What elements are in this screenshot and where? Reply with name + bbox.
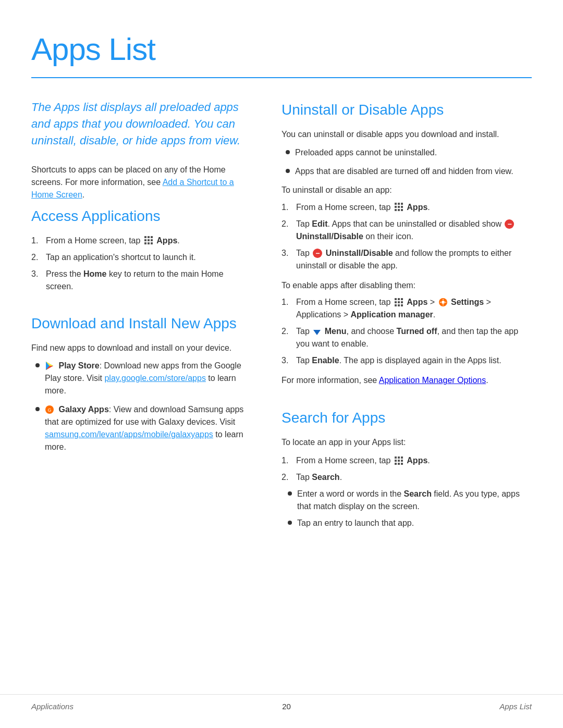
footer-right: Apps List bbox=[499, 701, 532, 713]
uninstall-steps-list: 1. From a Home screen, tap Apps. bbox=[282, 201, 532, 272]
svg-rect-40 bbox=[401, 460, 403, 462]
svg-rect-24 bbox=[395, 298, 397, 300]
enable-step-2: 2. Tap Menu, and choose Turned off, and … bbox=[282, 325, 532, 350]
svg-point-34 bbox=[442, 301, 445, 304]
svg-rect-7 bbox=[148, 242, 150, 244]
svg-rect-38 bbox=[395, 460, 397, 462]
svg-rect-27 bbox=[395, 301, 397, 303]
galaxy-apps-item: G Galaxy Apps: View and download Samsung… bbox=[35, 403, 250, 453]
svg-rect-35 bbox=[395, 456, 397, 459]
enable-steps-list: 1. From a Home screen, tap Apps > bbox=[282, 296, 532, 367]
download-install-section: Download and Install New Apps Find new a… bbox=[31, 313, 250, 454]
svg-rect-32 bbox=[401, 304, 403, 306]
uninstall-step-3: 3. Tap − Uninstall/Disable and follow th… bbox=[282, 247, 532, 272]
search-apps-list: 1. From a Home screen, tap Apps. bbox=[282, 454, 532, 484]
uninstall-bullet-2: Apps that are disabled are turned off an… bbox=[286, 165, 532, 178]
search-apps-section: Search for Apps To locate an app in your… bbox=[282, 407, 532, 529]
uninstall-disable-title: Uninstall or Disable Apps bbox=[282, 99, 532, 121]
svg-rect-31 bbox=[398, 304, 400, 306]
svg-rect-39 bbox=[398, 460, 400, 462]
galaxy-apps-icon: G bbox=[45, 405, 54, 414]
svg-rect-2 bbox=[151, 236, 153, 238]
svg-rect-15 bbox=[395, 203, 397, 205]
to-uninstall-label: To uninstall or disable an app: bbox=[282, 184, 532, 197]
svg-rect-4 bbox=[148, 239, 150, 241]
galaxy-apps-link[interactable]: samsung.com/levant/apps/mobile/galaxyapp… bbox=[45, 430, 213, 439]
svg-rect-36 bbox=[398, 456, 400, 459]
svg-rect-21 bbox=[395, 209, 397, 211]
right-column: Uninstall or Disable Apps You can uninst… bbox=[282, 99, 532, 549]
search-sub-bullets: Enter a word or words in the Search fiel… bbox=[288, 488, 532, 529]
svg-rect-20 bbox=[401, 206, 403, 208]
shortcuts-text: Shortcuts to apps can be placed on any o… bbox=[31, 164, 250, 201]
more-info-text: For more information, see Application Ma… bbox=[282, 374, 532, 387]
uninstall-bullet-1: Preloaded apps cannot be uninstalled. bbox=[286, 146, 532, 159]
svg-rect-28 bbox=[398, 301, 400, 303]
svg-rect-1 bbox=[148, 236, 150, 238]
svg-rect-41 bbox=[395, 463, 397, 465]
svg-rect-6 bbox=[144, 242, 146, 244]
application-manager-link[interactable]: Application Manager Options bbox=[379, 376, 486, 385]
svg-rect-19 bbox=[398, 206, 400, 208]
minus-icon: − bbox=[505, 219, 514, 229]
svg-rect-29 bbox=[401, 301, 403, 303]
minus-icon-2: − bbox=[313, 249, 322, 258]
svg-rect-43 bbox=[401, 463, 403, 465]
apps-grid-icon-4 bbox=[394, 456, 403, 465]
svg-rect-16 bbox=[398, 203, 400, 205]
search-sub-bullet-2: Tap an entry to launch that app. bbox=[288, 517, 532, 529]
svg-rect-17 bbox=[401, 203, 403, 205]
play-store-icon bbox=[45, 361, 54, 371]
bullet-dot-6 bbox=[288, 521, 292, 525]
access-applications-list: 1. From a Home screen, tap Apps. bbox=[31, 235, 250, 293]
svg-rect-30 bbox=[395, 304, 397, 306]
bullet-dot bbox=[35, 363, 40, 367]
access-step-1: 1. From a Home screen, tap Apps. bbox=[31, 235, 250, 247]
search-step-2: 2. Tap Search. bbox=[282, 471, 532, 484]
menu-arrow-icon bbox=[313, 330, 321, 335]
svg-rect-5 bbox=[151, 239, 153, 241]
bullet-dot-3 bbox=[286, 150, 290, 154]
apps-grid-icon bbox=[144, 236, 153, 245]
to-enable-label: To enable apps after disabling them: bbox=[282, 279, 532, 292]
svg-rect-0 bbox=[144, 236, 146, 238]
search-apps-title: Search for Apps bbox=[282, 407, 532, 429]
footer-page-number: 20 bbox=[282, 701, 291, 713]
svg-rect-23 bbox=[401, 209, 403, 211]
apps-grid-icon-2 bbox=[394, 202, 403, 212]
bullet-dot-5 bbox=[288, 491, 292, 496]
svg-rect-3 bbox=[144, 239, 146, 241]
uninstall-initial-bullets: Preloaded apps cannot be uninstalled. Ap… bbox=[286, 146, 532, 178]
uninstall-intro: You can uninstall or disable apps you do… bbox=[282, 128, 532, 141]
svg-rect-8 bbox=[151, 242, 153, 244]
access-step-2: 2. Tap an application's shortcut to laun… bbox=[31, 251, 250, 264]
bullet-dot-4 bbox=[286, 169, 290, 173]
play-store-item: Play Store: Download new apps from the G… bbox=[35, 360, 250, 397]
enable-step-1: 1. From a Home screen, tap Apps > bbox=[282, 296, 532, 321]
svg-rect-18 bbox=[395, 206, 397, 208]
search-step-1: 1. From a Home screen, tap Apps. bbox=[282, 454, 532, 467]
enable-step-3: 3. Tap Enable. The app is displayed agai… bbox=[282, 354, 532, 367]
search-sub-bullet-1: Enter a word or words in the Search fiel… bbox=[288, 488, 532, 513]
svg-rect-42 bbox=[398, 463, 400, 465]
svg-rect-22 bbox=[398, 209, 400, 211]
download-install-list: Play Store: Download new apps from the G… bbox=[35, 360, 250, 453]
svg-rect-25 bbox=[398, 298, 400, 300]
svg-text:G: G bbox=[47, 408, 51, 413]
intro-italic-text: The Apps list displays all preloaded app… bbox=[31, 99, 250, 149]
svg-rect-37 bbox=[401, 456, 403, 459]
uninstall-step-1: 1. From a Home screen, tap Apps. bbox=[282, 201, 532, 214]
svg-rect-26 bbox=[401, 298, 403, 300]
apps-grid-icon-3 bbox=[394, 298, 403, 307]
access-step-3: 3. Press the Home key to return to the m… bbox=[31, 268, 250, 293]
footer: Applications 20 Apps List bbox=[0, 694, 563, 713]
footer-left: Applications bbox=[31, 701, 74, 713]
play-store-link[interactable]: play.google.com/store/apps bbox=[104, 374, 205, 382]
access-applications-section: Access Applications 1. From a Home scree… bbox=[31, 205, 250, 293]
download-install-intro: Find new apps to download and install on… bbox=[31, 342, 250, 355]
search-apps-intro: To locate an app in your Apps list: bbox=[282, 436, 532, 449]
uninstall-disable-section: Uninstall or Disable Apps You can uninst… bbox=[282, 99, 532, 387]
bullet-dot-2 bbox=[35, 407, 40, 411]
left-column: The Apps list displays all preloaded app… bbox=[31, 99, 250, 549]
settings-gear-icon bbox=[438, 298, 448, 307]
